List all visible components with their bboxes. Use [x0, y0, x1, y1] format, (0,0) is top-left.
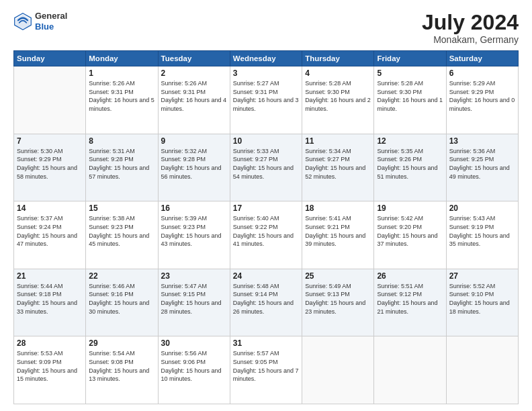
page: General Blue July 2024 Monakam, Germany …	[0, 0, 532, 411]
location: Monakam, Germany	[422, 34, 519, 45]
day-number: 4	[305, 68, 371, 78]
day-number: 27	[449, 271, 515, 281]
calendar-cell-5-1: 28Sunrise: 5:53 AM Sunset: 9:09 PM Dayli…	[14, 336, 86, 404]
col-tuesday: Tuesday	[158, 51, 230, 66]
calendar-cell-4-7: 27Sunrise: 5:52 AM Sunset: 9:10 PM Dayli…	[446, 269, 518, 336]
day-info: Sunrise: 5:36 AM Sunset: 9:25 PM Dayligh…	[449, 147, 515, 181]
calendar-cell-2-1: 7Sunrise: 5:30 AM Sunset: 9:29 PM Daylig…	[14, 134, 86, 201]
calendar-cell-2-6: 12Sunrise: 5:35 AM Sunset: 9:26 PM Dayli…	[374, 134, 446, 201]
calendar-cell-1-2: 1Sunrise: 5:26 AM Sunset: 9:31 PM Daylig…	[86, 66, 158, 134]
col-monday: Monday	[86, 51, 158, 66]
title-block: July 2024 Monakam, Germany	[422, 11, 519, 45]
day-info: Sunrise: 5:35 AM Sunset: 9:26 PM Dayligh…	[377, 147, 443, 181]
day-info: Sunrise: 5:44 AM Sunset: 9:18 PM Dayligh…	[17, 282, 83, 316]
calendar-cell-3-6: 19Sunrise: 5:42 AM Sunset: 9:20 PM Dayli…	[374, 201, 446, 269]
day-info: Sunrise: 5:54 AM Sunset: 9:08 PM Dayligh…	[89, 349, 154, 383]
calendar-week-row-5: 28Sunrise: 5:53 AM Sunset: 9:09 PM Dayli…	[14, 336, 519, 404]
day-number: 7	[17, 136, 83, 146]
calendar-cell-3-7: 20Sunrise: 5:43 AM Sunset: 9:19 PM Dayli…	[446, 201, 518, 269]
calendar-cell-2-3: 9Sunrise: 5:32 AM Sunset: 9:28 PM Daylig…	[158, 134, 230, 201]
day-info: Sunrise: 5:52 AM Sunset: 9:10 PM Dayligh…	[449, 282, 515, 316]
col-saturday: Saturday	[446, 51, 518, 66]
calendar-week-row-4: 21Sunrise: 5:44 AM Sunset: 9:18 PM Dayli…	[14, 269, 519, 336]
day-number: 10	[233, 136, 299, 146]
header: General Blue July 2024 Monakam, Germany	[13, 11, 519, 45]
day-info: Sunrise: 5:51 AM Sunset: 9:12 PM Dayligh…	[377, 282, 443, 316]
day-info: Sunrise: 5:33 AM Sunset: 9:27 PM Dayligh…	[233, 147, 299, 181]
day-number: 20	[449, 203, 515, 213]
day-info: Sunrise: 5:39 AM Sunset: 9:23 PM Dayligh…	[161, 214, 227, 248]
day-info: Sunrise: 5:26 AM Sunset: 9:31 PM Dayligh…	[89, 79, 154, 113]
day-info: Sunrise: 5:32 AM Sunset: 9:28 PM Dayligh…	[161, 147, 227, 181]
calendar-cell-4-3: 23Sunrise: 5:47 AM Sunset: 9:15 PM Dayli…	[158, 269, 230, 336]
calendar-cell-3-1: 14Sunrise: 5:37 AM Sunset: 9:24 PM Dayli…	[14, 201, 86, 269]
logo-blue: Blue	[35, 21, 67, 32]
day-number: 3	[233, 68, 299, 78]
day-number: 22	[89, 271, 154, 281]
day-info: Sunrise: 5:28 AM Sunset: 9:30 PM Dayligh…	[377, 79, 443, 113]
day-number: 21	[17, 271, 83, 281]
calendar-cell-1-6: 5Sunrise: 5:28 AM Sunset: 9:30 PM Daylig…	[374, 66, 446, 134]
calendar-table: Sunday Monday Tuesday Wednesday Thursday…	[13, 50, 519, 404]
day-info: Sunrise: 5:29 AM Sunset: 9:29 PM Dayligh…	[449, 79, 515, 113]
calendar-cell-1-4: 3Sunrise: 5:27 AM Sunset: 9:31 PM Daylig…	[230, 66, 302, 134]
day-number: 15	[89, 203, 154, 213]
calendar-header-row: Sunday Monday Tuesday Wednesday Thursday…	[14, 51, 519, 66]
calendar-cell-1-5: 4Sunrise: 5:28 AM Sunset: 9:30 PM Daylig…	[302, 66, 374, 134]
day-info: Sunrise: 5:43 AM Sunset: 9:19 PM Dayligh…	[449, 214, 515, 248]
calendar-cell-1-1	[14, 66, 86, 134]
calendar-cell-3-3: 16Sunrise: 5:39 AM Sunset: 9:23 PM Dayli…	[158, 201, 230, 269]
calendar-cell-4-1: 21Sunrise: 5:44 AM Sunset: 9:18 PM Dayli…	[14, 269, 86, 336]
day-number: 1	[89, 68, 154, 78]
calendar-cell-5-2: 29Sunrise: 5:54 AM Sunset: 9:08 PM Dayli…	[86, 336, 158, 404]
calendar-cell-5-7	[446, 336, 518, 404]
calendar-cell-4-2: 22Sunrise: 5:46 AM Sunset: 9:16 PM Dayli…	[86, 269, 158, 336]
day-number: 17	[233, 203, 299, 213]
calendar-cell-2-2: 8Sunrise: 5:31 AM Sunset: 9:28 PM Daylig…	[86, 134, 158, 201]
calendar-cell-2-5: 11Sunrise: 5:34 AM Sunset: 9:27 PM Dayli…	[302, 134, 374, 201]
day-info: Sunrise: 5:30 AM Sunset: 9:29 PM Dayligh…	[17, 147, 83, 181]
day-number: 31	[233, 338, 299, 348]
calendar-cell-4-6: 26Sunrise: 5:51 AM Sunset: 9:12 PM Dayli…	[374, 269, 446, 336]
day-number: 28	[17, 338, 83, 348]
calendar-cell-3-4: 17Sunrise: 5:40 AM Sunset: 9:22 PM Dayli…	[230, 201, 302, 269]
day-number: 12	[377, 136, 443, 146]
calendar-cell-4-4: 24Sunrise: 5:48 AM Sunset: 9:14 PM Dayli…	[230, 269, 302, 336]
day-info: Sunrise: 5:28 AM Sunset: 9:30 PM Dayligh…	[305, 79, 371, 113]
calendar-cell-5-4: 31Sunrise: 5:57 AM Sunset: 9:05 PM Dayli…	[230, 336, 302, 404]
day-info: Sunrise: 5:46 AM Sunset: 9:16 PM Dayligh…	[89, 282, 154, 316]
day-info: Sunrise: 5:56 AM Sunset: 9:06 PM Dayligh…	[161, 349, 227, 383]
logo-text: General Blue	[35, 11, 67, 32]
day-number: 2	[161, 68, 227, 78]
day-info: Sunrise: 5:48 AM Sunset: 9:14 PM Dayligh…	[233, 282, 299, 316]
col-wednesday: Wednesday	[230, 51, 302, 66]
day-info: Sunrise: 5:40 AM Sunset: 9:22 PM Dayligh…	[233, 214, 299, 248]
day-info: Sunrise: 5:34 AM Sunset: 9:27 PM Dayligh…	[305, 147, 371, 181]
day-number: 19	[377, 203, 443, 213]
day-number: 13	[449, 136, 515, 146]
day-number: 30	[161, 338, 227, 348]
calendar-cell-3-5: 18Sunrise: 5:41 AM Sunset: 9:21 PM Dayli…	[302, 201, 374, 269]
day-info: Sunrise: 5:57 AM Sunset: 9:05 PM Dayligh…	[233, 349, 299, 383]
calendar-cell-2-4: 10Sunrise: 5:33 AM Sunset: 9:27 PM Dayli…	[230, 134, 302, 201]
day-info: Sunrise: 5:26 AM Sunset: 9:31 PM Dayligh…	[161, 79, 227, 113]
day-info: Sunrise: 5:37 AM Sunset: 9:24 PM Dayligh…	[17, 214, 83, 248]
logo-icon	[13, 12, 32, 31]
day-number: 5	[377, 68, 443, 78]
calendar-cell-3-2: 15Sunrise: 5:38 AM Sunset: 9:23 PM Dayli…	[86, 201, 158, 269]
day-number: 18	[305, 203, 371, 213]
day-info: Sunrise: 5:47 AM Sunset: 9:15 PM Dayligh…	[161, 282, 227, 316]
calendar-week-row-1: 1Sunrise: 5:26 AM Sunset: 9:31 PM Daylig…	[14, 66, 519, 134]
day-number: 23	[161, 271, 227, 281]
day-number: 6	[449, 68, 515, 78]
day-info: Sunrise: 5:27 AM Sunset: 9:31 PM Dayligh…	[233, 79, 299, 113]
calendar-cell-5-3: 30Sunrise: 5:56 AM Sunset: 9:06 PM Dayli…	[158, 336, 230, 404]
calendar-week-row-2: 7Sunrise: 5:30 AM Sunset: 9:29 PM Daylig…	[14, 134, 519, 201]
day-number: 8	[89, 136, 154, 146]
col-sunday: Sunday	[14, 51, 86, 66]
day-info: Sunrise: 5:41 AM Sunset: 9:21 PM Dayligh…	[305, 214, 371, 248]
logo-general: General	[35, 11, 67, 21]
calendar-cell-1-3: 2Sunrise: 5:26 AM Sunset: 9:31 PM Daylig…	[158, 66, 230, 134]
calendar-cell-1-7: 6Sunrise: 5:29 AM Sunset: 9:29 PM Daylig…	[446, 66, 518, 134]
day-info: Sunrise: 5:49 AM Sunset: 9:13 PM Dayligh…	[305, 282, 371, 316]
